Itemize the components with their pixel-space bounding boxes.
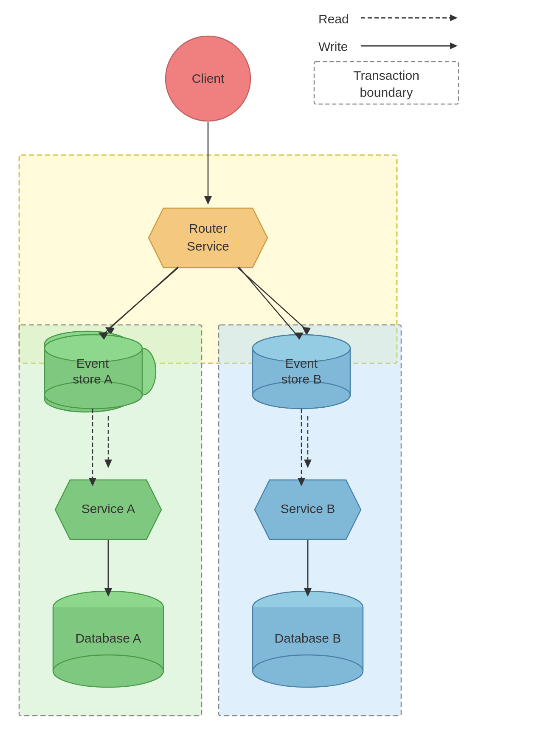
svg-rect-53 [45,348,121,395]
svg-point-51 [253,655,363,687]
svg-text:Event: Event [285,356,318,370]
svg-text:Service B: Service B [281,502,335,516]
svg-rect-55 [45,348,142,395]
svg-point-70 [253,335,350,362]
svg-rect-21 [45,344,129,399]
svg-marker-85 [294,333,304,340]
svg-rect-66 [253,348,350,395]
svg-rect-59 [45,348,142,395]
svg-rect-4 [314,62,458,104]
svg-marker-18 [105,327,115,336]
svg-marker-30 [104,460,112,468]
svg-marker-1 [450,14,458,21]
svg-marker-31 [55,480,161,539]
svg-text:Database B: Database B [275,631,341,645]
svg-point-75 [253,335,350,362]
svg-marker-46 [304,591,312,600]
svg-marker-3 [450,42,458,49]
svg-text:Transaction: Transaction [353,68,419,82]
svg-rect-7 [19,155,397,363]
svg-text:Service A: Service A [82,502,135,516]
svg-rect-8 [19,325,202,716]
svg-text:Event: Event [69,356,101,370]
svg-point-69 [253,381,350,409]
svg-text:Router: Router [189,221,227,235]
svg-line-82 [102,267,178,336]
svg-point-62 [45,381,142,409]
svg-line-84 [239,267,297,336]
svg-line-19 [238,268,306,329]
svg-point-54 [129,348,156,395]
svg-marker-20 [302,327,311,336]
svg-text:boundary: boundary [360,85,413,99]
svg-point-22 [45,331,129,357]
svg-point-57 [45,335,142,362]
svg-rect-71 [253,348,350,395]
svg-marker-34 [104,591,112,600]
svg-marker-14 [149,208,267,268]
svg-line-17 [108,268,178,329]
svg-rect-9 [219,325,401,716]
read-label: Read [318,12,349,26]
svg-text:Service: Service [187,239,229,253]
svg-marker-43 [255,480,361,539]
svg-marker-13 [204,196,212,205]
svg-marker-42 [304,460,312,468]
svg-rect-25 [45,344,129,399]
svg-point-74 [253,381,350,409]
svg-point-35 [53,591,163,623]
svg-rect-36 [53,607,163,671]
svg-marker-83 [98,333,108,340]
svg-point-24 [117,344,142,399]
svg-point-47 [253,591,363,623]
svg-marker-81 [298,478,305,486]
svg-text:Client: Client [192,71,225,85]
svg-text:Event: Event [76,356,109,370]
svg-marker-89 [304,588,312,597]
svg-rect-48 [253,607,363,671]
svg-point-39 [53,655,163,687]
svg-text:Database A: Database A [75,631,141,645]
write-label: Write [318,39,348,54]
svg-point-63 [45,335,142,362]
svg-point-23 [45,386,129,412]
svg-marker-79 [89,478,96,486]
svg-point-58 [45,381,142,409]
svg-marker-87 [104,588,112,597]
svg-text:store B: store B [281,372,321,386]
svg-point-10 [166,36,250,121]
diagram-container: Read Write Transaction boundary Client R… [0,0,540,756]
svg-text:store A: store A [65,371,104,385]
svg-text:store A: store A [73,372,112,386]
